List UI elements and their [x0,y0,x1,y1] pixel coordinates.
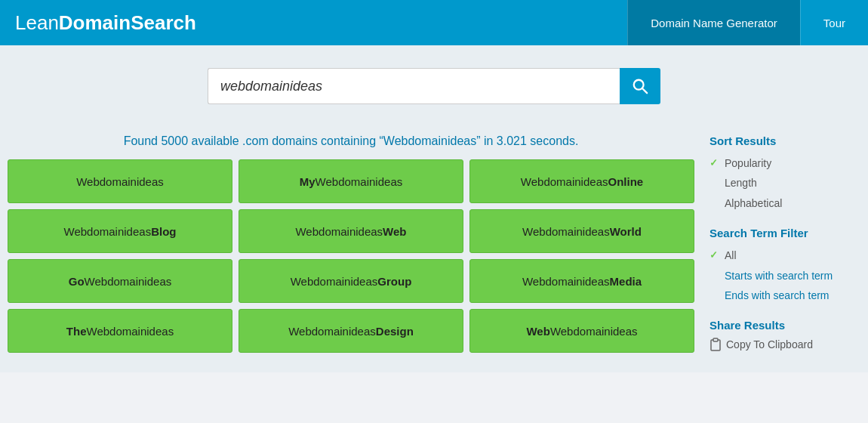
domain-card[interactable]: Webdomainideas [8,159,232,203]
share-title: Share Results [709,319,860,332]
svg-line-1 [642,88,647,93]
check-icon-all: ✓ [709,248,720,264]
check-icon-empty2 [709,196,720,212]
search-icon [632,78,648,94]
filter-starts-label: Starts with search term [725,267,833,284]
share-section: Share Results Copy To Clipboard [709,319,860,351]
domain-card[interactable]: TheWebdomainideas [8,309,232,353]
domain-text: WebdomainideasWorld [522,225,642,238]
domain-card[interactable]: WebdomainideasWeb [239,209,463,253]
check-icon: ✓ [709,156,720,171]
domain-text: WebdomainideasBlog [64,225,177,238]
domain-card[interactable]: WebWebdomainideas [469,309,694,353]
check-icon-empty [709,175,720,191]
sidebar: Sort Results ✓ Popularity Length Alphabe… [709,123,860,365]
domain-text: TheWebdomainideas [66,325,174,338]
filter-ends-label: Ends with search term [725,287,830,304]
copy-clipboard-label: Copy To Clipboard [726,338,813,350]
filter-title: Search Term Filter [709,227,860,239]
domain-card[interactable]: WebdomainideasBlog [8,209,232,253]
sort-title: Sort Results [709,134,860,147]
sort-alphabetical[interactable]: Alphabetical [709,193,860,213]
logo-lean: Lean [15,11,59,34]
domain-text: WebdomainideasOnline [521,175,643,188]
filter-ends[interactable]: Ends with search term [709,286,860,305]
search-area [0,45,868,123]
filter-starts[interactable]: Starts with search term [709,266,860,286]
domain-text: WebdomainideasMedia [522,275,642,288]
domain-card[interactable]: WebdomainideasMedia [469,259,694,303]
domain-card[interactable]: WebdomainideasDesign [239,309,463,353]
sort-alpha-label: Alphabetical [725,195,782,212]
header-nav: Domain Name Generator Tour [627,0,868,45]
sort-popularity-label: Popularity [725,155,771,171]
sort-length[interactable]: Length [709,173,860,193]
check-icon-starts [709,267,720,283]
domains-grid: Webdomainideas MyWebdomainideas Webdomai… [8,159,694,353]
search-input[interactable] [208,68,620,104]
logo: LeanDomainSearch [15,11,196,35]
filter-all-label: All [725,247,737,264]
copy-clipboard-button[interactable]: Copy To Clipboard [709,338,860,351]
filter-all[interactable]: ✓ All [709,245,860,265]
sort-length-label: Length [725,174,757,191]
domain-text: Webdomainideas [76,175,164,188]
domain-text: WebWebdomainideas [526,325,637,338]
nav-domain-generator[interactable]: Domain Name Generator [627,0,800,45]
logo-bold: DomainSearch [59,11,196,34]
domain-card[interactable]: WebdomainideasGroup [239,259,463,303]
check-icon-ends [709,288,720,304]
sort-popularity[interactable]: ✓ Popularity [709,153,860,173]
domain-card[interactable]: GoWebdomainideas [8,259,232,303]
main-content: Found 5000 available .com domains contai… [0,123,868,372]
results-section: Found 5000 available .com domains contai… [8,123,694,365]
domain-card[interactable]: WebdomainideasOnline [469,159,694,203]
results-summary: Found 5000 available .com domains contai… [8,134,694,148]
domain-text: WebdomainideasWeb [295,225,406,238]
filter-section: Search Term Filter ✓ All Starts with sea… [709,227,860,305]
search-button[interactable] [620,68,660,104]
nav-tour[interactable]: Tour [800,0,868,45]
domain-text: WebdomainideasDesign [288,325,414,338]
domain-card[interactable]: MyWebdomainideas [239,159,463,203]
domain-text: GoWebdomainideas [69,275,171,288]
domain-card[interactable]: WebdomainideasWorld [469,209,694,253]
domain-text: MyWebdomainideas [300,175,402,188]
sort-section: Sort Results ✓ Popularity Length Alphabe… [709,134,860,213]
domain-text: WebdomainideasGroup [291,275,412,288]
svg-rect-3 [713,338,718,341]
clipboard-icon [709,338,722,351]
header: LeanDomainSearch Domain Name Generator T… [0,0,868,45]
search-box [208,68,660,104]
